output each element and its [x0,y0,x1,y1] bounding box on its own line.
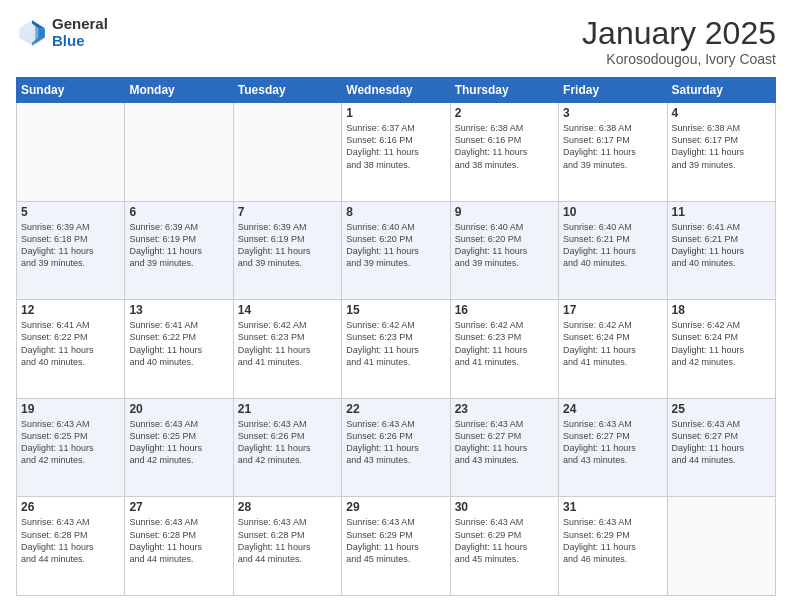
calendar-day-header: Saturday [667,78,775,103]
day-number: 1 [346,106,445,120]
day-number: 28 [238,500,337,514]
calendar-cell: 24Sunrise: 6:43 AM Sunset: 6:27 PM Dayli… [559,398,667,497]
calendar-cell [17,103,125,202]
calendar-day-header: Thursday [450,78,558,103]
calendar-cell: 22Sunrise: 6:43 AM Sunset: 6:26 PM Dayli… [342,398,450,497]
calendar-week-row: 5Sunrise: 6:39 AM Sunset: 6:18 PM Daylig… [17,201,776,300]
calendar-week-row: 1Sunrise: 6:37 AM Sunset: 6:16 PM Daylig… [17,103,776,202]
day-info: Sunrise: 6:43 AM Sunset: 6:28 PM Dayligh… [129,516,228,565]
calendar-cell: 26Sunrise: 6:43 AM Sunset: 6:28 PM Dayli… [17,497,125,596]
calendar-cell: 11Sunrise: 6:41 AM Sunset: 6:21 PM Dayli… [667,201,775,300]
logo-blue-text: Blue [52,33,108,50]
page: General Blue January 2025 Korosodougou, … [0,0,792,612]
day-number: 16 [455,303,554,317]
day-info: Sunrise: 6:39 AM Sunset: 6:19 PM Dayligh… [129,221,228,270]
day-info: Sunrise: 6:37 AM Sunset: 6:16 PM Dayligh… [346,122,445,171]
day-number: 17 [563,303,662,317]
logo-icon [16,17,48,49]
day-info: Sunrise: 6:41 AM Sunset: 6:22 PM Dayligh… [21,319,120,368]
header-right: January 2025 Korosodougou, Ivory Coast [582,16,776,67]
day-number: 20 [129,402,228,416]
calendar-cell: 4Sunrise: 6:38 AM Sunset: 6:17 PM Daylig… [667,103,775,202]
calendar-cell: 7Sunrise: 6:39 AM Sunset: 6:19 PM Daylig… [233,201,341,300]
day-info: Sunrise: 6:38 AM Sunset: 6:16 PM Dayligh… [455,122,554,171]
calendar-cell: 9Sunrise: 6:40 AM Sunset: 6:20 PM Daylig… [450,201,558,300]
day-info: Sunrise: 6:43 AM Sunset: 6:28 PM Dayligh… [21,516,120,565]
calendar-header-row: SundayMondayTuesdayWednesdayThursdayFrid… [17,78,776,103]
day-info: Sunrise: 6:38 AM Sunset: 6:17 PM Dayligh… [672,122,771,171]
calendar-cell: 12Sunrise: 6:41 AM Sunset: 6:22 PM Dayli… [17,300,125,399]
calendar-cell: 16Sunrise: 6:42 AM Sunset: 6:23 PM Dayli… [450,300,558,399]
day-number: 24 [563,402,662,416]
day-info: Sunrise: 6:43 AM Sunset: 6:29 PM Dayligh… [346,516,445,565]
svg-marker-3 [38,28,44,38]
day-info: Sunrise: 6:41 AM Sunset: 6:22 PM Dayligh… [129,319,228,368]
calendar-cell: 23Sunrise: 6:43 AM Sunset: 6:27 PM Dayli… [450,398,558,497]
day-info: Sunrise: 6:43 AM Sunset: 6:29 PM Dayligh… [455,516,554,565]
day-info: Sunrise: 6:43 AM Sunset: 6:25 PM Dayligh… [129,418,228,467]
day-number: 26 [21,500,120,514]
day-info: Sunrise: 6:42 AM Sunset: 6:23 PM Dayligh… [238,319,337,368]
calendar-cell [125,103,233,202]
day-info: Sunrise: 6:42 AM Sunset: 6:23 PM Dayligh… [346,319,445,368]
day-number: 5 [21,205,120,219]
calendar-cell: 3Sunrise: 6:38 AM Sunset: 6:17 PM Daylig… [559,103,667,202]
logo-general-text: General [52,16,108,33]
calendar-cell: 27Sunrise: 6:43 AM Sunset: 6:28 PM Dayli… [125,497,233,596]
day-number: 18 [672,303,771,317]
calendar-week-row: 26Sunrise: 6:43 AM Sunset: 6:28 PM Dayli… [17,497,776,596]
day-number: 10 [563,205,662,219]
day-number: 21 [238,402,337,416]
day-info: Sunrise: 6:42 AM Sunset: 6:24 PM Dayligh… [672,319,771,368]
day-info: Sunrise: 6:42 AM Sunset: 6:24 PM Dayligh… [563,319,662,368]
day-info: Sunrise: 6:38 AM Sunset: 6:17 PM Dayligh… [563,122,662,171]
calendar-cell: 1Sunrise: 6:37 AM Sunset: 6:16 PM Daylig… [342,103,450,202]
calendar-cell: 20Sunrise: 6:43 AM Sunset: 6:25 PM Dayli… [125,398,233,497]
calendar-cell: 25Sunrise: 6:43 AM Sunset: 6:27 PM Dayli… [667,398,775,497]
calendar-cell [233,103,341,202]
day-number: 8 [346,205,445,219]
calendar-cell: 19Sunrise: 6:43 AM Sunset: 6:25 PM Dayli… [17,398,125,497]
calendar-day-header: Tuesday [233,78,341,103]
day-number: 6 [129,205,228,219]
logo: General Blue [16,16,108,49]
day-info: Sunrise: 6:41 AM Sunset: 6:21 PM Dayligh… [672,221,771,270]
day-info: Sunrise: 6:43 AM Sunset: 6:26 PM Dayligh… [238,418,337,467]
calendar-cell: 5Sunrise: 6:39 AM Sunset: 6:18 PM Daylig… [17,201,125,300]
day-info: Sunrise: 6:43 AM Sunset: 6:25 PM Dayligh… [21,418,120,467]
calendar-cell: 21Sunrise: 6:43 AM Sunset: 6:26 PM Dayli… [233,398,341,497]
calendar-cell [667,497,775,596]
calendar-week-row: 12Sunrise: 6:41 AM Sunset: 6:22 PM Dayli… [17,300,776,399]
calendar-cell: 17Sunrise: 6:42 AM Sunset: 6:24 PM Dayli… [559,300,667,399]
day-info: Sunrise: 6:43 AM Sunset: 6:27 PM Dayligh… [672,418,771,467]
day-number: 15 [346,303,445,317]
day-number: 31 [563,500,662,514]
day-number: 2 [455,106,554,120]
day-info: Sunrise: 6:39 AM Sunset: 6:18 PM Dayligh… [21,221,120,270]
day-number: 13 [129,303,228,317]
day-number: 19 [21,402,120,416]
calendar-cell: 31Sunrise: 6:43 AM Sunset: 6:29 PM Dayli… [559,497,667,596]
day-info: Sunrise: 6:42 AM Sunset: 6:23 PM Dayligh… [455,319,554,368]
calendar-week-row: 19Sunrise: 6:43 AM Sunset: 6:25 PM Dayli… [17,398,776,497]
day-number: 14 [238,303,337,317]
day-number: 4 [672,106,771,120]
day-number: 23 [455,402,554,416]
day-number: 7 [238,205,337,219]
calendar-cell: 28Sunrise: 6:43 AM Sunset: 6:28 PM Dayli… [233,497,341,596]
day-info: Sunrise: 6:43 AM Sunset: 6:27 PM Dayligh… [455,418,554,467]
calendar-day-header: Monday [125,78,233,103]
calendar-day-header: Friday [559,78,667,103]
day-number: 29 [346,500,445,514]
calendar-cell: 14Sunrise: 6:42 AM Sunset: 6:23 PM Dayli… [233,300,341,399]
location: Korosodougou, Ivory Coast [582,51,776,67]
day-info: Sunrise: 6:40 AM Sunset: 6:20 PM Dayligh… [455,221,554,270]
calendar-table: SundayMondayTuesdayWednesdayThursdayFrid… [16,77,776,596]
header: General Blue January 2025 Korosodougou, … [16,16,776,67]
day-number: 3 [563,106,662,120]
day-number: 12 [21,303,120,317]
day-info: Sunrise: 6:40 AM Sunset: 6:20 PM Dayligh… [346,221,445,270]
calendar-cell: 13Sunrise: 6:41 AM Sunset: 6:22 PM Dayli… [125,300,233,399]
day-info: Sunrise: 6:43 AM Sunset: 6:28 PM Dayligh… [238,516,337,565]
calendar-day-header: Wednesday [342,78,450,103]
